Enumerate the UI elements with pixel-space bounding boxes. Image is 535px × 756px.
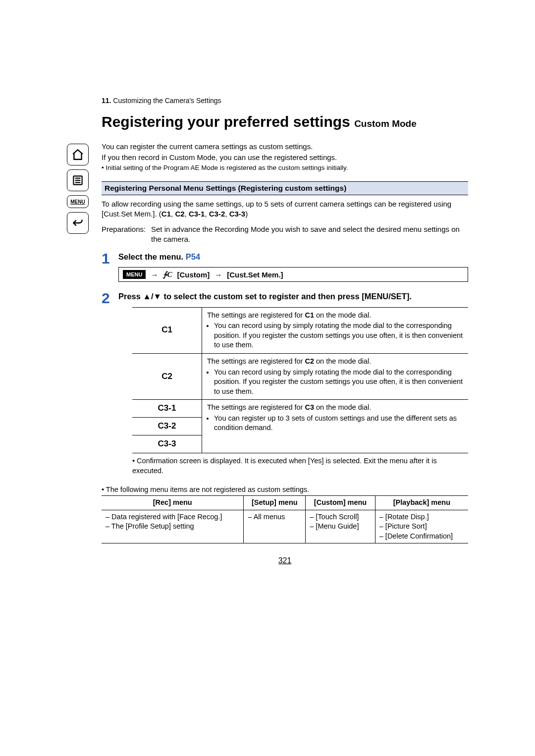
step-2: 2 Press ▲/▼ to select the custom set to … (102, 291, 468, 482)
back-icon[interactable] (67, 212, 89, 234)
row-key-c1: C1 (132, 307, 202, 353)
page-reference[interactable]: P54 (186, 252, 200, 261)
table-row: C2 The settings are registered for C2 on… (132, 354, 468, 400)
menu-path: MENU → ∱C [Custom] → [Cust.Set Mem.] (118, 267, 468, 282)
fc-icon: ∱C (163, 270, 172, 279)
cell-rec: – Data registered with [Face Recog.] – T… (102, 510, 244, 543)
allow-paragraph: To allow recording using the same settin… (102, 199, 468, 219)
cell-playback: – [Rotate Disp.] – [Picture Sort] – [Del… (375, 510, 468, 543)
step-number-2: 2 (102, 291, 118, 482)
step-2-title: Press ▲/▼ to select the custom set to re… (118, 291, 468, 302)
menu-label: MENU (70, 199, 85, 205)
arrow-icon: → (214, 270, 222, 279)
page-number[interactable]: 321 (102, 556, 468, 565)
prep-label: Preparations: (102, 224, 151, 245)
chapter-title: Customizing the Camera's Settings (113, 97, 221, 105)
row-desc-c3: The settings are registered for C3 on th… (202, 400, 469, 453)
arrow-icon: → (151, 270, 158, 279)
row-desc-c1: The settings are registered for C1 on th… (202, 307, 469, 353)
cell-setup: – All menus (244, 510, 306, 543)
chapter-number: 11. (102, 97, 111, 105)
step-1-title: Select the menu. P54 (118, 251, 468, 262)
menu-chip-icon: MENU (123, 270, 146, 279)
cell-custom: – [Touch Scroll] – [Menu Guide] (306, 510, 375, 543)
updown-arrows-icon: ▲/▼ (143, 292, 161, 301)
table-header-row: [Rec] menu [Setup] menu [Custom] menu [P… (102, 496, 468, 510)
row-key-c31: C3-1 (132, 400, 202, 418)
menu-path-custom: [Custom] (177, 270, 210, 279)
title-main: Registering your preferred settings (102, 113, 350, 130)
step-1: 1 Select the menu. P54 MENU → ∱C [Custom… (102, 251, 468, 288)
table-row: – Data registered with [Face Recog.] – T… (102, 510, 468, 543)
row-key-c32: C3-2 (132, 418, 202, 435)
home-icon[interactable] (67, 144, 89, 165)
title-sub: Custom Mode (354, 118, 417, 129)
section-heading: Registering Personal Menu Settings (Regi… (102, 181, 468, 195)
col-rec: [Rec] menu (102, 496, 244, 510)
col-setup: [Setup] menu (244, 496, 306, 510)
preparations: Preparations: Set in advance the Recordi… (102, 224, 468, 245)
page-title: Registering your preferred settings Cust… (102, 113, 468, 131)
step-number-1: 1 (102, 251, 118, 288)
following-note: The following menu items are not registe… (102, 486, 468, 493)
page-content: 11. Customizing the Camera's Settings Re… (102, 97, 468, 565)
intro-line-1: You can register the current camera sett… (102, 142, 468, 152)
toc-icon[interactable] (67, 169, 89, 191)
row-key-c33: C3-3 (132, 435, 202, 453)
row-key-c2: C2 (132, 354, 202, 400)
col-custom: [Custom] menu (306, 496, 375, 510)
menu-icon[interactable]: MENU (67, 195, 89, 208)
confirmation-note: Confirmation screen is displayed. It is … (132, 456, 468, 476)
table-row: C3-1 The settings are registered for C3 … (132, 400, 468, 418)
row-desc-c2: The settings are registered for C2 on th… (202, 354, 469, 400)
chapter-heading: 11. Customizing the Camera's Settings (102, 97, 468, 105)
prep-text: Set in advance the Recording Mode you wi… (151, 224, 468, 245)
intro-line-2: If you then record in Custom Mode, you c… (102, 153, 468, 162)
menu-path-custsetmem: [Cust.Set Mem.] (227, 270, 283, 279)
not-registered-table: [Rec] menu [Setup] menu [Custom] menu [P… (102, 495, 468, 543)
sidebar-nav: MENU (67, 144, 92, 238)
intro-block: You can register the current camera sett… (102, 142, 468, 173)
table-row: C1 The settings are registered for C1 on… (132, 307, 468, 353)
col-playback: [Playback] menu (375, 496, 468, 510)
intro-note: • Initial setting of the Program AE Mode… (102, 163, 468, 172)
custom-set-table: C1 The settings are registered for C1 on… (132, 307, 468, 453)
